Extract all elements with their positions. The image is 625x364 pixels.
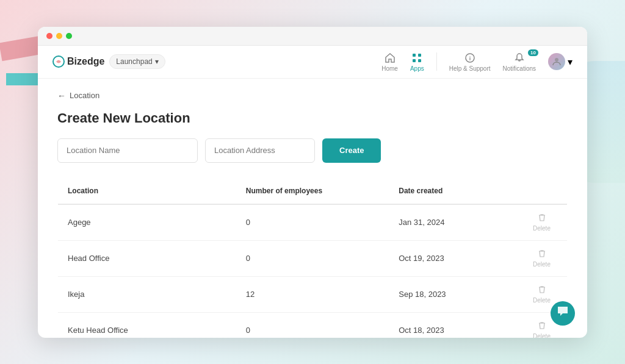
locations-table: Location Number of employees Date create…: [57, 177, 568, 338]
navbar-brand: Bizedge Launchpad ▾: [52, 54, 165, 69]
browser-dot-green: [66, 33, 72, 39]
trash-icon-2: [538, 285, 546, 296]
location-name-input[interactable]: [57, 138, 198, 163]
cell-date-0: Jan 31, 2024: [389, 204, 516, 241]
cell-employees-1: 0: [236, 240, 389, 276]
table-row: Agege 0 Jan 31, 2024 Delete: [58, 204, 568, 241]
table-row: Head Office 0 Oct 19, 2023 Delete: [58, 240, 568, 276]
navbar-actions: Home Apps: [381, 52, 573, 72]
browser-titlebar: [38, 27, 587, 46]
main-content: ← Location Create New Location Create Lo…: [38, 79, 587, 338]
delete-label-3: Delete: [533, 333, 551, 338]
nav-apps-label: Apps: [410, 65, 424, 72]
nav-item-apps[interactable]: Apps: [410, 52, 424, 72]
navbar: Bizedge Launchpad ▾ Home: [38, 46, 587, 79]
cell-location-0: Agege: [58, 204, 236, 241]
help-icon: i: [464, 52, 476, 64]
notification-icon: 10: [513, 52, 526, 64]
table-row: Ketu Head Office 0 Oct 18, 2023 Delete: [58, 312, 568, 338]
nav-item-home[interactable]: Home: [381, 52, 398, 72]
cell-action-0: Delete: [516, 204, 568, 241]
delete-button-1[interactable]: Delete: [526, 249, 557, 268]
cell-date-3: Oct 18, 2023: [389, 312, 516, 338]
launchpad-label: Launchpad: [116, 57, 152, 66]
cell-date-2: Sep 18, 2023: [389, 276, 516, 312]
browser-dot-red: [46, 33, 52, 39]
brand-logo: Bizedge: [52, 55, 104, 68]
apps-icon: [411, 52, 423, 64]
cell-employees-2: 12: [236, 276, 389, 312]
browser-dot-yellow: [56, 33, 62, 39]
page-title: Create New Location: [57, 110, 568, 126]
delete-label-2: Delete: [533, 297, 551, 304]
col-header-date: Date created: [389, 177, 516, 204]
delete-button-2[interactable]: Delete: [526, 285, 557, 304]
svg-rect-1: [413, 54, 416, 57]
create-button[interactable]: Create: [322, 138, 381, 163]
back-arrow-icon: ←: [57, 91, 66, 101]
trash-icon-0: [538, 213, 546, 224]
chat-icon: [557, 305, 569, 321]
logo-icon: [52, 55, 65, 68]
cell-location-1: Head Office: [58, 240, 236, 276]
cell-employees-0: 0: [236, 204, 389, 241]
delete-label-1: Delete: [533, 261, 551, 268]
col-header-location: Location: [58, 177, 236, 204]
nav-item-notifications[interactable]: 10 Notifications: [503, 52, 536, 72]
trash-icon-3: [538, 321, 546, 332]
table-body: Agege 0 Jan 31, 2024 Delete Head Office …: [58, 204, 568, 338]
avatar-button[interactable]: ▾: [548, 53, 573, 70]
nav-divider: [436, 52, 437, 71]
delete-button-0[interactable]: Delete: [526, 213, 557, 232]
avatar-chevron: ▾: [568, 56, 573, 68]
delete-button-3[interactable]: Delete: [526, 321, 557, 338]
nav-item-help[interactable]: i Help & Support: [449, 52, 491, 72]
home-icon: [384, 52, 396, 64]
col-header-employees: Number of employees: [236, 177, 389, 204]
svg-point-7: [555, 58, 558, 62]
table-header: Location Number of employees Date create…: [58, 177, 568, 204]
cell-location-3: Ketu Head Office: [58, 312, 236, 338]
chat-fab-button[interactable]: [551, 301, 575, 326]
nav-help-label: Help & Support: [449, 65, 491, 72]
col-header-action: [516, 177, 568, 204]
delete-label-0: Delete: [533, 225, 551, 232]
nav-notifications-label: Notifications: [503, 65, 536, 72]
app-container: Bizedge Launchpad ▾ Home: [38, 46, 587, 338]
cell-date-1: Oct 19, 2023: [389, 240, 516, 276]
table-row: Ikeja 12 Sep 18, 2023 Delete: [58, 276, 568, 312]
svg-rect-3: [413, 59, 416, 62]
svg-rect-2: [418, 54, 421, 57]
brand-name: Bizedge: [67, 56, 104, 67]
nav-home-label: Home: [381, 65, 398, 72]
svg-text:i: i: [469, 55, 471, 62]
cell-employees-3: 0: [236, 312, 389, 338]
notification-badge: 10: [528, 49, 538, 56]
location-address-input[interactable]: [205, 138, 315, 163]
create-location-form: Create: [57, 138, 568, 163]
back-nav-label: Location: [70, 91, 99, 100]
back-navigation[interactable]: ← Location: [57, 91, 568, 101]
trash-icon-1: [538, 249, 546, 260]
launchpad-chevron: ▾: [155, 57, 159, 66]
launchpad-button[interactable]: Launchpad ▾: [109, 54, 165, 69]
browser-window: Bizedge Launchpad ▾ Home: [38, 27, 587, 338]
cell-location-2: Ikeja: [58, 276, 236, 312]
avatar: [548, 53, 565, 70]
svg-rect-4: [418, 59, 421, 62]
cell-action-1: Delete: [516, 240, 568, 276]
